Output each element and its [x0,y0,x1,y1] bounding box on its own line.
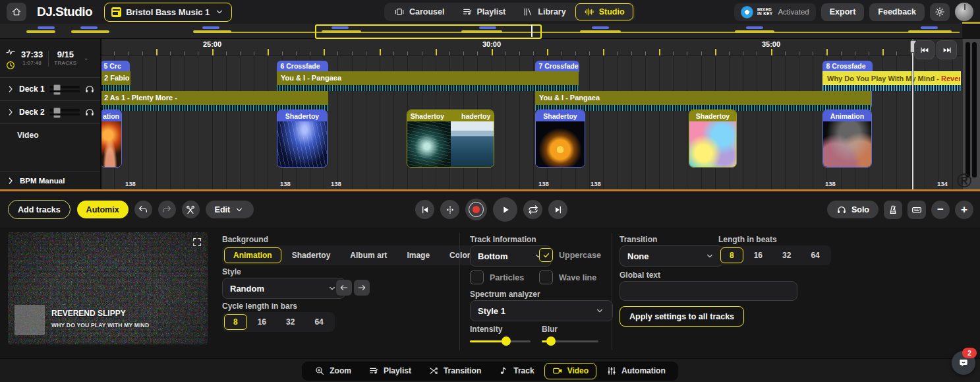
play-button[interactable] [493,197,517,222]
loop-button[interactable] [523,200,542,219]
ruler-tick [477,51,478,55]
track-icon [498,366,509,376]
zoom-in-button[interactable]: + [955,201,973,219]
chevron-right-icon[interactable] [5,107,16,117]
video-clip[interactable]: Shadertoy [535,110,585,168]
automix-button[interactable]: Automix [77,201,129,218]
view-menu-transition[interactable]: Transition [421,364,488,379]
bpm-manual-toggle[interactable]: BPM Manual [0,172,100,189]
view-menu-label: Playlist [384,366,411,375]
cut-button[interactable] [182,201,200,218]
redo-button[interactable] [158,201,176,218]
project-selector[interactable]: Bristol Bass Music 1 [104,3,232,22]
seek-backward-button[interactable] [914,40,935,59]
solo-button[interactable]: Solo [827,201,879,218]
seek-forward-button[interactable] [937,40,957,59]
avatar[interactable] [955,3,973,21]
feedback-button[interactable]: Feedback [869,3,925,21]
tab-library[interactable]: Library [515,4,573,20]
mik-status: Activated [778,8,809,16]
view-menu-automation[interactable]: Automation [599,364,673,379]
ruler-tick [589,51,590,55]
track-clip[interactable]: Why Do You Play With My Mind - Reverend [822,71,961,85]
video-clip[interactable]: Shadertoyhadertoy [407,110,494,168]
cycle-option-32[interactable]: 32 [277,314,304,330]
video-clip[interactable]: Animation [822,110,872,168]
home-button[interactable] [7,3,26,21]
track-clip[interactable]: 2 Fabio [100,71,130,85]
preview-track-title: WHY DO YOU PLAY WITH MY MIND [51,322,149,329]
view-menu-track[interactable]: Track [491,364,541,379]
video-clip[interactable]: Shadertoy [277,110,328,168]
minimap-playhead [531,24,533,37]
ruler-tick [324,49,325,55]
cycle-option-8[interactable]: 8 [224,314,247,330]
time-ruler[interactable]: 25:0030:0035:00 [0,39,962,56]
cycle-option-64[interactable]: 64 [305,314,332,330]
wave-line-checkbox[interactable]: Wave line [539,271,596,284]
global-text-input[interactable] [620,281,797,301]
cycle-option-16[interactable]: 16 [248,314,275,330]
tab-carousel[interactable]: Carousel [386,4,453,20]
video-clip[interactable]: Shadertoy [689,110,737,168]
tab-playlist[interactable]: Playlist [454,4,514,20]
particles-checkbox[interactable]: Particles [470,271,524,284]
add-tracks-button[interactable]: Add tracks [8,200,71,219]
track-clip-title: Why Do You Play With My Mind [827,75,935,82]
fullscreen-icon[interactable] [192,237,202,247]
keyboard-shortcuts-button[interactable] [908,201,926,219]
next-track-button[interactable] [548,200,567,219]
style-next-button[interactable] [354,280,370,296]
undo-button[interactable] [134,201,152,218]
record-button[interactable] [465,199,487,220]
mixed-in-key-badge[interactable]: MIXED IN KEY Activated [734,3,816,21]
transition-select[interactable]: None [620,245,723,267]
style-value: Random [230,284,264,294]
track-clip[interactable]: You & I - Pangaea [277,71,579,85]
stats-dash: - [85,54,88,63]
mix-overview-minimap[interactable] [0,24,962,39]
video-clip-label: hadertoy [461,112,490,120]
video-clip[interactable]: ation [100,110,122,168]
minimap-viewport[interactable] [315,24,542,39]
split-button[interactable] [440,200,459,219]
ruler-tick [449,51,450,55]
previous-track-button[interactable] [415,200,434,219]
background-option-animation[interactable]: Animation [224,247,281,263]
length-option-64[interactable]: 64 [801,247,828,263]
edit-menu-button[interactable]: Edit [206,201,254,218]
export-button[interactable]: Export [821,3,865,21]
ruler-tick [869,51,869,55]
headphones-icon[interactable] [84,84,95,94]
view-menu-zoom[interactable]: Zoom [307,364,359,379]
deck1-volume-slider[interactable] [49,85,80,93]
length-option-8[interactable]: 8 [720,247,743,263]
uppercase-checkbox[interactable]: Uppercase [539,248,601,262]
background-option-album-art[interactable]: Album art [341,247,396,263]
chat-support-button[interactable]: 2 [952,351,975,375]
spectrum-style-select[interactable]: Style 1 [470,300,613,321]
tab-studio[interactable]: Studio [575,3,633,20]
apply-settings-button[interactable]: Apply settings to all tracks [620,306,744,327]
chevron-right-icon[interactable] [5,84,16,94]
tab-label: Carousel [409,7,445,16]
zoom-out-button[interactable]: − [931,201,950,219]
video-preview[interactable]: REVEREND SLIPPY WHY DO YOU PLAY WITH MY … [8,232,208,344]
deck2-volume-slider[interactable] [49,108,80,116]
intensity-slider[interactable] [470,336,531,346]
track-clip[interactable]: 2 As 1 - Plenty More - [100,91,328,105]
settings-button[interactable] [930,3,950,21]
background-option-shadertoy[interactable]: Shadertoy [283,247,340,263]
playhead[interactable] [912,40,913,189]
style-previous-button[interactable] [336,280,352,296]
length-option-32[interactable]: 32 [773,247,800,263]
headphones-icon[interactable] [84,107,95,117]
style-select[interactable]: Random [222,278,345,299]
metronome-button[interactable] [884,201,902,219]
track-clip[interactable]: You & I - Pangaea [535,91,871,105]
blur-slider[interactable] [542,336,598,346]
view-menu-playlist[interactable]: Playlist [361,364,418,379]
background-option-image[interactable]: Image [397,247,439,263]
length-option-16[interactable]: 16 [745,247,772,263]
view-menu-video[interactable]: Video [544,363,596,379]
